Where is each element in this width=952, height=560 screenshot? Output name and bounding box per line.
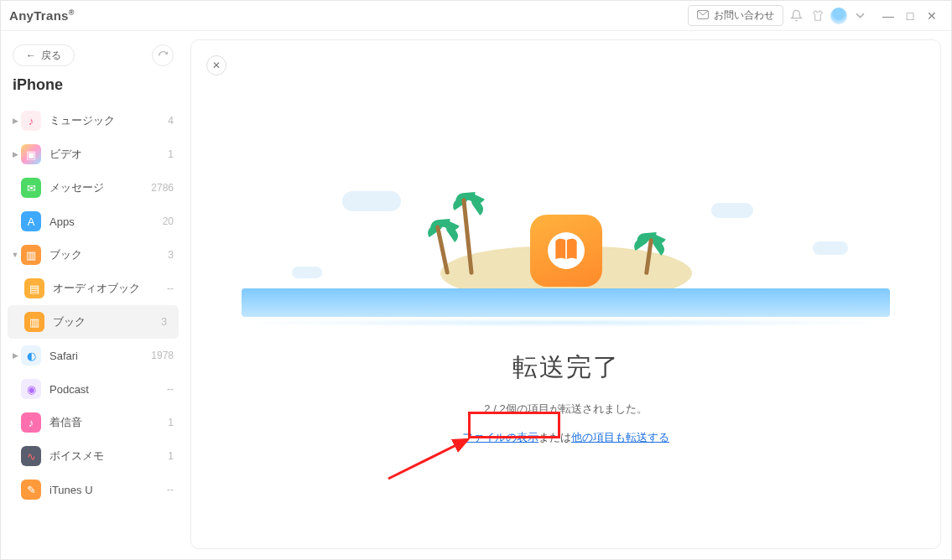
- sidebar-item-count: 4: [168, 115, 174, 127]
- sidebar-item-label: ブック: [49, 247, 82, 262]
- body-row: ← 戻る iPhone ▶♪ミュージック4▶▣ビデオ1▶✉メッセージ2786▶A…: [1, 31, 951, 559]
- close-window-button[interactable]: ✕: [921, 9, 943, 23]
- sidebar-item-label: オーディオブック: [53, 281, 140, 296]
- dropdown-caret-icon[interactable]: [851, 7, 869, 25]
- device-name: iPhone: [1, 71, 185, 101]
- minimize-button[interactable]: —: [877, 9, 899, 23]
- podcast-icon: ◉: [21, 379, 41, 399]
- registered-mark: ®: [69, 8, 75, 17]
- audio-icon: ▤: [24, 278, 44, 298]
- sea-icon: [242, 288, 890, 317]
- sidebar-item-count: 3: [168, 249, 174, 261]
- result-title: 転送完了: [191, 350, 940, 385]
- sidebar-item-label: ボイスメモ: [49, 449, 104, 464]
- transfer-illustration: [191, 149, 940, 325]
- book2-icon: ▥: [24, 312, 44, 332]
- sidebar-item-audio[interactable]: ▤オーディオブック--: [1, 272, 185, 305]
- sidebar-top: ← 戻る: [1, 38, 185, 71]
- result-subtitle: 2 / 2個の項目が転送されました。: [191, 402, 940, 417]
- user-avatar[interactable]: [830, 8, 847, 24]
- arrow-left-icon: ←: [26, 49, 36, 61]
- title-bar: AnyTrans® お問い合わせ — □ ✕: [1, 1, 951, 31]
- contact-button[interactable]: お問い合わせ: [688, 5, 783, 26]
- sidebar-item-ring[interactable]: ▶♪着信音1: [1, 406, 185, 439]
- tshirt-icon[interactable]: [809, 7, 827, 25]
- window-controls: — □ ✕: [877, 9, 943, 23]
- sidebar-item-count: --: [167, 484, 174, 495]
- show-file-link[interactable]: ファイルの表示: [462, 431, 538, 443]
- safari-icon: ◐: [21, 345, 41, 366]
- sidebar-item-count: 1: [168, 450, 174, 462]
- palm-icon: [440, 225, 445, 275]
- palm-icon: [647, 238, 651, 275]
- contact-label: お問い合わせ: [714, 8, 774, 23]
- caret-icon: ▶: [9, 117, 21, 125]
- svg-line-3: [388, 439, 468, 479]
- app-window: AnyTrans® お問い合わせ — □ ✕: [0, 0, 952, 560]
- app-logo: AnyTrans®: [9, 8, 75, 23]
- books-icon: ▥: [21, 245, 41, 265]
- sidebar-item-safari[interactable]: ▶◐Safari1978: [1, 339, 185, 372]
- links-separator: または: [538, 431, 571, 443]
- sidebar-item-voice[interactable]: ▶∿ボイスメモ1: [1, 439, 185, 473]
- mail-icon: [697, 10, 709, 22]
- sidebar-item-count: 1978: [151, 350, 174, 361]
- sidebar-item-itunesu[interactable]: ▶✎iTunes U--: [1, 473, 185, 506]
- result-links: ファイルの表示または他の項目も転送する: [191, 430, 940, 445]
- sidebar-item-books[interactable]: ▼▥ブック3: [1, 238, 185, 272]
- books-app-icon: [530, 215, 602, 287]
- result-panel: ✕ 転送完了 2 / 2個の項目が: [190, 39, 941, 549]
- refresh-button[interactable]: [152, 44, 174, 66]
- cloud-icon: [711, 203, 753, 218]
- sidebar-nav: ▶♪ミュージック4▶▣ビデオ1▶✉メッセージ2786▶AApps20▼▥ブック3…: [1, 101, 185, 506]
- sidebar-item-label: ブック: [53, 314, 86, 329]
- video-icon: ▣: [21, 144, 41, 164]
- svg-rect-2: [565, 240, 567, 261]
- cloud-icon: [292, 267, 322, 278]
- sidebar-item-count: 20: [163, 215, 174, 227]
- main-area: ✕ 転送完了 2 / 2個の項目が: [185, 31, 951, 559]
- back-button[interactable]: ← 戻る: [13, 44, 75, 66]
- sidebar-item-label: 着信音: [49, 415, 82, 430]
- caret-icon: ▶: [9, 150, 21, 158]
- sidebar-item-count: 1: [168, 417, 174, 428]
- cloud-icon: [342, 191, 401, 211]
- sidebar-item-book2[interactable]: ▥ブック3: [8, 305, 179, 339]
- sidebar-item-music[interactable]: ▶♪ミュージック4: [1, 104, 185, 137]
- sidebar-item-apps[interactable]: ▶AApps20: [1, 205, 185, 238]
- sidebar-item-label: ミュージック: [49, 113, 115, 128]
- sidebar-item-label: Safari: [49, 350, 78, 362]
- back-label: 戻る: [41, 49, 61, 63]
- app-name: AnyTrans: [9, 8, 69, 23]
- bell-icon[interactable]: [787, 7, 805, 25]
- caret-icon: ▶: [9, 351, 21, 360]
- sidebar-item-label: Podcast: [49, 383, 89, 396]
- maximize-button[interactable]: □: [899, 9, 921, 23]
- palm-icon: [466, 198, 470, 275]
- sidebar-item-label: Apps: [49, 215, 75, 228]
- sidebar-item-video[interactable]: ▶▣ビデオ1: [1, 137, 185, 171]
- sidebar-item-count: 1: [168, 148, 174, 160]
- sidebar-item-label: ビデオ: [49, 147, 82, 162]
- sidebar-item-count: --: [167, 283, 174, 294]
- transfer-more-link[interactable]: 他の項目も転送する: [571, 431, 669, 443]
- voice-icon: ∿: [21, 446, 41, 466]
- cloud-icon: [813, 241, 848, 255]
- itunesu-icon: ✎: [21, 480, 41, 500]
- sidebar-item-message[interactable]: ▶✉メッセージ2786: [1, 171, 185, 205]
- sidebar-item-podcast[interactable]: ▶◉Podcast--: [1, 372, 185, 406]
- sidebar-item-label: iTunes U: [49, 484, 93, 496]
- music-icon: ♪: [21, 111, 41, 131]
- title-right-cluster: お問い合わせ — □ ✕: [688, 5, 943, 26]
- sidebar-item-count: 2786: [151, 182, 174, 194]
- sidebar-item-label: メッセージ: [49, 180, 104, 195]
- sidebar-item-count: 3: [161, 316, 167, 328]
- message-icon: ✉: [21, 178, 41, 198]
- apps-icon: A: [21, 211, 41, 231]
- result-block: 転送完了 2 / 2個の項目が転送されました。 ファイルの表示または他の項目も転…: [191, 350, 940, 445]
- sidebar: ← 戻る iPhone ▶♪ミュージック4▶▣ビデオ1▶✉メッセージ2786▶A…: [1, 31, 185, 559]
- close-panel-button[interactable]: ✕: [206, 55, 226, 75]
- caret-icon: ▼: [9, 251, 21, 259]
- sidebar-item-count: --: [167, 383, 174, 395]
- ring-icon: ♪: [21, 412, 41, 433]
